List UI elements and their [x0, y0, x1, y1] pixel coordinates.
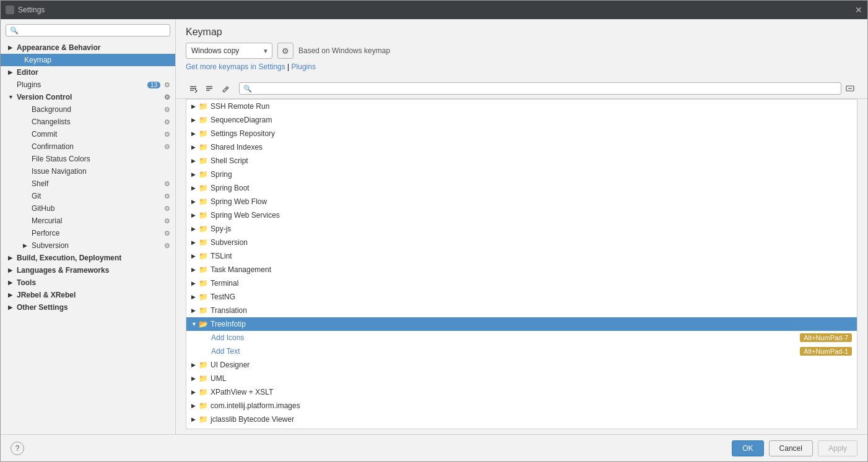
sidebar-search-wrapper[interactable]: 🔍	[6, 24, 170, 36]
edit-shortcut-button[interactable]	[218, 81, 233, 96]
keymap-settings-button[interactable]: ⚙	[277, 43, 293, 59]
sidebar-item-keymap[interactable]: Keymap	[1, 54, 175, 66]
footer-buttons: OK Cancel Apply	[732, 440, 857, 456]
folder-icon: 📁	[199, 116, 208, 124]
sidebar-item-background[interactable]: Background ⚙	[1, 103, 175, 116]
chevron-right-icon: ▶	[191, 117, 199, 123]
tree-item-task-management[interactable]: ▶ 📁 Task Management	[186, 263, 857, 276]
sidebar-item-label: JRebel & XRebel	[17, 291, 170, 299]
sidebar-item-other-settings[interactable]: ▶ Other Settings	[1, 301, 175, 314]
sidebar-item-mercurial[interactable]: Mercurial ⚙	[1, 215, 175, 227]
chevron-right-icon: ▶	[191, 158, 199, 164]
tree-item-ui-designer[interactable]: ▶ 📁 UI Designer	[186, 358, 857, 372]
ok-button[interactable]: OK	[732, 440, 763, 456]
plugins-link[interactable]: Plugins	[292, 62, 316, 71]
help-button[interactable]: ?	[11, 442, 24, 455]
sidebar-item-jrebel[interactable]: ▶ JRebel & XRebel	[1, 289, 175, 301]
chevron-right-icon: ▶	[191, 130, 199, 137]
tree-item-nginx-support[interactable]: ▶ 📁 nginx Support	[186, 426, 857, 429]
get-more-keymaps-link[interactable]: Get more keymaps in Settings	[186, 62, 285, 71]
sidebar-item-issue-navigation[interactable]: Issue Navigation	[1, 165, 175, 178]
folder-icon: 📁	[199, 279, 208, 288]
sidebar-item-label: Issue Navigation	[32, 167, 170, 176]
gear-icon: ⚙	[164, 229, 170, 237]
tree-item-add-icons[interactable]: Add Icons Alt+NumPad-7	[186, 331, 857, 344]
tree-item-add-text[interactable]: Add Text Alt+NumPad-1	[186, 344, 857, 358]
keymap-search-input[interactable]	[254, 84, 837, 93]
sidebar-item-confirmation[interactable]: Confirmation ⚙	[1, 140, 175, 153]
sidebar-item-appearance-behavior[interactable]: ▶ Appearance & Behavior	[1, 41, 175, 54]
tree-item-spring[interactable]: ▶ 📁 Spring	[186, 168, 857, 181]
tree-item-testng[interactable]: ▶ 📁 TestNG	[186, 290, 857, 304]
gear-icon: ⚙	[164, 205, 170, 213]
gear-icon: ⚙	[164, 143, 170, 151]
sidebar-item-file-status-colors[interactable]: File Status Colors	[1, 153, 175, 165]
tree-item-sequence-diagram[interactable]: ▶ 📁 SequenceDiagram	[186, 113, 857, 127]
chevron-right-icon: ▶	[191, 307, 199, 314]
folder-icon: 📁	[199, 238, 208, 247]
tree-item-spy-js[interactable]: ▶ 📁 Spy-js	[186, 222, 857, 236]
tree-item-settings-repository[interactable]: ▶ 📁 Settings Repository	[186, 127, 857, 140]
tree-item-jclasslib[interactable]: ▶ 📁 jclasslib Bytecode Viewer	[186, 413, 857, 426]
sidebar-item-languages-frameworks[interactable]: ▶ Languages & Frameworks	[1, 264, 175, 276]
folder-icon: 📁	[199, 252, 208, 260]
tree-item-shared-indexes[interactable]: ▶ 📁 Shared Indexes	[186, 140, 857, 154]
tree-item-treeinfotip[interactable]: ▼ 📂 TreeInfotip	[186, 317, 857, 331]
cancel-button[interactable]: Cancel	[769, 440, 813, 456]
sidebar-item-label: Perforce	[32, 229, 163, 237]
folder-icon: 📁	[199, 306, 208, 315]
sidebar-item-git[interactable]: Git ⚙	[1, 190, 175, 202]
sidebar-item-perforce[interactable]: Perforce ⚙	[1, 227, 175, 239]
chevron-right-icon: ▶	[191, 226, 199, 232]
tree-item-spring-web-services[interactable]: ▶ 📁 Spring Web Services	[186, 208, 857, 222]
sidebar-item-plugins[interactable]: Plugins 13 ⚙	[1, 79, 175, 91]
sidebar-item-tools[interactable]: ▶ Tools	[1, 276, 175, 289]
keymap-info-text: Based on Windows keymap	[298, 46, 390, 55]
chevron-right-icon: ▶	[191, 212, 199, 218]
chevron-right-icon: ▶	[191, 144, 199, 150]
chevron-right-icon: ▶	[8, 280, 14, 286]
close-button[interactable]: ✕	[855, 6, 862, 14]
chevron-right-icon: ▶	[191, 294, 199, 300]
tree-item-shell-script[interactable]: ▶ 📁 Shell Script	[186, 154, 857, 168]
sidebar-item-subversion[interactable]: ▶ Subversion ⚙	[1, 239, 175, 252]
sidebar-item-github[interactable]: GitHub ⚙	[1, 202, 175, 215]
folder-icon: 📁	[199, 129, 208, 138]
sidebar-item-label: Appearance & Behavior	[17, 43, 170, 52]
tree-item-spring-web-flow[interactable]: ▶ 📁 Spring Web Flow	[186, 195, 857, 208]
folder-icon: 📁	[199, 102, 208, 111]
sidebar-item-shelf[interactable]: Shelf ⚙	[1, 178, 175, 190]
folder-icon: 📁	[199, 429, 208, 429]
collapse-all-button[interactable]	[202, 81, 217, 96]
keymap-select[interactable]: Windows copy	[186, 43, 272, 59]
sidebar-item-build-execution[interactable]: ▶ Build, Execution, Deployment	[1, 252, 175, 264]
sidebar-item-commit[interactable]: Commit ⚙	[1, 128, 175, 140]
sidebar-item-version-control[interactable]: ▼ Version Control ⚙	[1, 91, 175, 103]
sidebar-item-label: Confirmation	[32, 142, 163, 151]
folder-icon: 📁	[199, 415, 208, 424]
chevron-right-icon: ▶	[191, 239, 199, 246]
sidebar-item-label: Git	[32, 192, 163, 200]
sidebar-item-label: Languages & Frameworks	[17, 266, 170, 275]
tree-item-translation[interactable]: ▶ 📁 Translation	[186, 304, 857, 317]
expand-all-button[interactable]	[186, 81, 201, 96]
tree-item-xpathview-xslt[interactable]: ▶ 📁 XPathView + XSLT	[186, 385, 857, 399]
tree-item-uml[interactable]: ▶ 📁 UML	[186, 372, 857, 385]
sidebar-item-editor[interactable]: ▶ Editor	[1, 66, 175, 79]
chevron-right-icon: ▶	[191, 416, 199, 422]
apply-button[interactable]: Apply	[818, 440, 857, 456]
gear-icon: ⚙	[164, 180, 170, 188]
tree-item-spring-boot[interactable]: ▶ 📁 Spring Boot	[186, 181, 857, 195]
tree-item-subversion[interactable]: ▶ 📁 Subversion	[186, 236, 857, 249]
tree-item-tslint[interactable]: ▶ 📁 TSLint	[186, 249, 857, 263]
sidebar-item-label: GitHub	[32, 204, 163, 213]
folder-icon: 📁	[199, 225, 208, 233]
chevron-right-icon: ▶	[23, 242, 29, 249]
tree-item-com-intellij[interactable]: ▶ 📁 com.intellij.platform.images	[186, 399, 857, 413]
keymap-search-wrapper[interactable]: 🔍	[239, 82, 841, 95]
find-shortcut-button[interactable]	[843, 81, 857, 96]
tree-item-ssh-remote-run[interactable]: ▶ 📁 SSH Remote Run	[186, 100, 857, 113]
sidebar-item-changelists[interactable]: Changelists ⚙	[1, 116, 175, 128]
sidebar-search-input[interactable]	[21, 26, 166, 35]
tree-item-terminal[interactable]: ▶ 📁 Terminal	[186, 276, 857, 290]
